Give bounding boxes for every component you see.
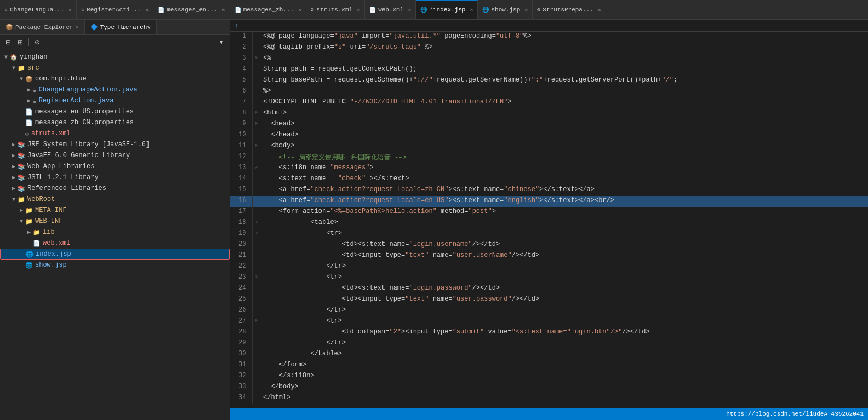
fold-icon	[252, 251, 260, 262]
tree-item-ref-libs[interactable]: ▶ 📚 Referenced Libraries	[0, 183, 230, 194]
code-line-27: 27⊖ <tr>	[230, 317, 868, 327]
tab-close-messages-zh[interactable]: ✕	[298, 7, 301, 13]
tree-item-index-jsp[interactable]: ▶ 🌐 index.jsp	[0, 249, 230, 260]
tab-close-index[interactable]: ✕	[470, 7, 473, 13]
tab-close-show[interactable]: ✕	[524, 7, 528, 13]
expand-webroot[interactable]: ▼	[10, 197, 18, 203]
fold-icon[interactable]: ⊖	[252, 163, 260, 174]
tree-item-messages-zh[interactable]: ▶ 📄 messages_zh_CN.properties	[0, 117, 230, 128]
expand-change-lang[interactable]: ▶	[25, 87, 33, 93]
tab-struts-prepa[interactable]: ⚙️ StrutsPrepa... ✕	[533, 0, 606, 19]
tab-close-struts[interactable]: ✕	[357, 7, 360, 13]
fold-icon	[252, 262, 260, 273]
code-line-1: 1<%@ page language="java" import="java.u…	[230, 32, 868, 43]
expand-package[interactable]: ▼	[18, 76, 25, 82]
fold-icon[interactable]: ⊖	[252, 119, 260, 130]
fold-icon[interactable]: ⊖	[252, 141, 260, 152]
tab-change-lang[interactable]: ☕ ChangeLangua... ✕	[0, 0, 77, 19]
code-content: <td><input type="text" name="user.passwo…	[260, 295, 868, 306]
tab-close-struts-prepa[interactable]: ✕	[598, 7, 601, 13]
expand-index-jsp[interactable]: ▶	[18, 251, 26, 257]
fold-icon[interactable]: ⊖	[252, 229, 260, 240]
tree-item-meta-inf[interactable]: ▶ 📁 META-INF	[0, 205, 230, 216]
expand-struts[interactable]: ▶	[18, 130, 25, 137]
line-number: 14	[230, 174, 252, 185]
line-number: 26	[230, 306, 252, 317]
code-line-12: 12 <!-- 局部定义使用哪一种国际化语音 -->	[230, 152, 868, 163]
tab-messages-en[interactable]: 📄 messages_en... ✕	[153, 0, 230, 19]
tree-item-messages-en[interactable]: ▶ 📄 messages_en_US.properties	[0, 106, 230, 117]
code-content: String path = request.getContextPath();	[260, 65, 868, 76]
tab-close-register[interactable]: ✕	[145, 7, 149, 13]
expand-messages-en[interactable]: ▶	[18, 108, 25, 115]
lib-icon: 📚	[18, 174, 25, 181]
code-line-25: 25 <td><input type="text" name="user.pas…	[230, 295, 868, 306]
code-line-8: 8⊖<html>	[230, 108, 868, 119]
fold-icon[interactable]: ⊖	[252, 54, 260, 65]
expand-lib[interactable]: ▶	[25, 229, 33, 235]
expand-jre[interactable]: ▶	[10, 141, 18, 148]
fold-icon[interactable]: ⊖	[252, 317, 260, 327]
tab-show-jsp[interactable]: 🌐 show.jsp ✕	[478, 0, 533, 19]
fold-icon	[252, 327, 260, 338]
expand-meta-inf[interactable]: ▶	[18, 207, 25, 214]
panel-tab-package-explorer[interactable]: 📦 Package Explorer ✕	[0, 20, 85, 34]
panel-close-pkg[interactable]: ✕	[76, 24, 79, 31]
expand-register[interactable]: ▶	[25, 97, 33, 104]
tree-item-show-jsp[interactable]: ▶ 🌐 show.jsp	[0, 260, 230, 271]
tree-item-struts[interactable]: ▶ ⚙️ struts.xml	[0, 128, 230, 139]
fold-icon	[252, 306, 260, 317]
tree-item-jstl[interactable]: ▶ 📚 JSTL 1.2.1 Library	[0, 172, 230, 183]
code-content: <a href="check.action?request_Locale=en_…	[260, 196, 868, 207]
expand-javaee[interactable]: ▶	[10, 152, 18, 159]
expand-yinghan[interactable]: ▼	[2, 54, 10, 60]
fold-icon[interactable]: ⊖	[252, 273, 260, 284]
tree-item-webroot[interactable]: ▼ 📁 WebRoot	[0, 194, 230, 205]
expand-web-inf[interactable]: ▼	[18, 218, 25, 225]
tab-index-jsp[interactable]: 🌐 *index.jsp ✕	[416, 0, 478, 19]
fold-icon[interactable]: ⊖	[252, 108, 260, 119]
view-menu-button[interactable]: ▾	[216, 37, 226, 47]
expand-src[interactable]: ▼	[10, 65, 18, 71]
tree-item-web-xml[interactable]: ▶ 📄 web.xml	[0, 238, 230, 249]
code-line-32: 32 </s:i18n>	[230, 371, 868, 382]
tree-item-change-lang[interactable]: ▶ ☕ ChangeLanguageAction.java	[0, 84, 230, 95]
tree-item-register[interactable]: ▶ ☕ RegisterAction.java	[0, 95, 230, 106]
expand-webapp[interactable]: ▶	[10, 163, 18, 170]
tree-item-javaee[interactable]: ▶ 📚 JavaEE 6.0 Generic Library	[0, 150, 230, 161]
tab-struts-xml[interactable]: ⚙️ struts.xml ✕	[306, 0, 365, 19]
tab-label: messages_en...	[167, 7, 217, 13]
expand-messages-zh[interactable]: ▶	[18, 119, 25, 126]
tree-item-webapp-libs[interactable]: ▶ 📚 Web App Libraries	[0, 161, 230, 172]
editor-panel: ↕ 1<%@ page language="java" import="java…	[230, 20, 868, 420]
expand-ref-libs[interactable]: ▶	[10, 185, 18, 192]
expand-web-xml[interactable]: ▶	[25, 240, 33, 246]
tree-item-src[interactable]: ▼ 📁 src	[0, 62, 230, 73]
tree-item-package[interactable]: ▼ 📦 com.hnpi.blue	[0, 73, 230, 84]
fold-icon[interactable]: ⊖	[252, 218, 260, 229]
package-icon: 📦	[5, 24, 13, 31]
code-content: </tr>	[260, 262, 868, 273]
panel-tab-type-hierarchy[interactable]: 🔷 Type Hierarchy	[85, 20, 157, 34]
collapse-all-button[interactable]: ⊟	[3, 37, 13, 47]
tab-close-change-lang[interactable]: ✕	[68, 7, 72, 13]
hierarchy-icon: 🔷	[90, 24, 98, 31]
expand-jstl[interactable]: ▶	[10, 174, 18, 181]
tree-item-jre[interactable]: ▶ 📚 JRE System Library [JavaSE-1.6]	[0, 139, 230, 150]
tab-close-messages-en[interactable]: ✕	[222, 7, 225, 13]
code-table: 1<%@ page language="java" import="java.u…	[230, 32, 868, 404]
tab-close-web[interactable]: ✕	[408, 7, 411, 13]
code-area[interactable]: 1<%@ page language="java" import="java.u…	[230, 32, 868, 408]
expand-show-jsp[interactable]: ▶	[18, 262, 25, 268]
line-number: 7	[230, 97, 252, 108]
link-editor-button[interactable]: ⊘	[32, 37, 42, 47]
tree-item-web-inf[interactable]: ▼ 📁 WEB-INF	[0, 216, 230, 227]
line-number: 23	[230, 273, 252, 284]
code-content: <td><s:text name="login.password"/></td>	[260, 284, 868, 295]
tree-item-lib[interactable]: ▶ 📁 lib	[0, 227, 230, 238]
expand-all-button[interactable]: ⊞	[15, 37, 25, 47]
tree-item-yinghan[interactable]: ▼ 🏠 yinghan	[0, 51, 230, 62]
tab-messages-zh[interactable]: 📄 messages_zh... ✕	[230, 0, 306, 19]
tab-register-action[interactable]: ☕ RegisterActi... ✕	[77, 0, 153, 19]
tab-web-xml[interactable]: 📄 web.xml ✕	[365, 0, 416, 19]
